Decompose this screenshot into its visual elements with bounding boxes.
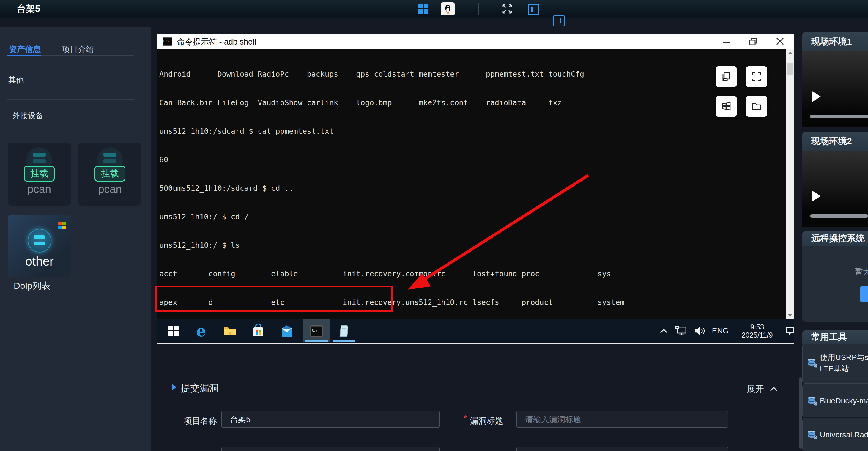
- clock[interactable]: 9:532025/11/9: [735, 319, 779, 342]
- video-progress-bar[interactable]: [810, 115, 868, 118]
- tool-db-icon: [807, 430, 817, 440]
- device-icon: [28, 229, 52, 253]
- doip-list-label[interactable]: DoIp列表: [14, 280, 50, 292]
- project-name-label: 项目名称: [184, 415, 217, 427]
- store-icon[interactable]: [246, 319, 270, 342]
- device-card-pcan-1[interactable]: 挂载 pcan: [8, 142, 71, 205]
- restore-button[interactable]: [747, 36, 759, 46]
- device-card-other[interactable]: other: [8, 215, 71, 277]
- tool-item-usrp[interactable]: 使用USRP与srsLTE基站: [802, 344, 868, 384]
- mail-icon[interactable]: [275, 319, 299, 342]
- chevron-up-icon: [770, 387, 778, 391]
- play-icon[interactable]: [812, 91, 821, 102]
- folder-button[interactable]: [746, 96, 767, 117]
- mount-badge[interactable]: 挂载: [24, 166, 55, 182]
- remote-control-header: 远程操控系统: [802, 231, 868, 246]
- scrollbar-thumb[interactable]: [787, 63, 794, 75]
- env1-video[interactable]: [802, 51, 868, 127]
- windows-taskbar: e C:\_ ENG 9:532025/11/9: [157, 319, 794, 344]
- content-scrollbar-thumb[interactable]: [799, 377, 802, 449]
- terminal-scrollbar[interactable]: [786, 49, 794, 319]
- notepad-taskbar-icon[interactable]: [331, 319, 357, 342]
- form-input-partial-left[interactable]: [221, 447, 440, 451]
- linux-app-icon[interactable]: [441, 2, 455, 15]
- language-indicator[interactable]: ENG: [710, 319, 731, 342]
- windows-logo-icon: [58, 222, 66, 229]
- section-marker-icon: [172, 384, 177, 390]
- close-button[interactable]: [774, 36, 786, 46]
- vuln-title-label: 漏洞标题: [470, 415, 503, 427]
- device-label: pcan: [8, 183, 71, 195]
- edge-icon[interactable]: e: [189, 319, 213, 342]
- volume-icon[interactable]: [691, 319, 708, 342]
- scroll-up-icon[interactable]: [788, 52, 792, 54]
- fullscreen-button[interactable]: [746, 66, 767, 87]
- terminal-titlebar[interactable]: C:\_ 命令提示符 - adb shell: [157, 34, 794, 49]
- section-other: 其他: [8, 75, 24, 85]
- env1-header: 现场环境1: [802, 32, 868, 51]
- network-icon[interactable]: [673, 319, 690, 342]
- cmd-icon: C:\_: [162, 37, 172, 46]
- grid-windows-button[interactable]: [716, 96, 737, 117]
- minimize-button[interactable]: [721, 37, 733, 46]
- tray-chevron-icon[interactable]: [656, 319, 671, 342]
- svg-text:C:\_: C:\_: [312, 329, 319, 332]
- mount-badge[interactable]: 挂载: [94, 166, 125, 182]
- fullscreen-expand-icon[interactable]: [502, 3, 513, 14]
- play-icon[interactable]: [812, 190, 821, 202]
- form-title: 提交漏洞: [181, 382, 219, 395]
- top-bar: [0, 0, 868, 18]
- topbar-divider: [478, 3, 479, 14]
- form-input-partial-right[interactable]: [517, 447, 728, 451]
- tab-asset-info[interactable]: 资产信息: [9, 44, 41, 55]
- scroll-down-icon[interactable]: [788, 314, 792, 317]
- page-title: 台架5: [17, 0, 40, 18]
- collapse-toggle[interactable]: 展开: [747, 383, 778, 395]
- device-label: pcan: [79, 183, 142, 195]
- remote-action-button[interactable]: [860, 286, 868, 302]
- tool-db-icon: [807, 396, 817, 406]
- copy-button[interactable]: [716, 66, 737, 87]
- tool-item-universal-radio[interactable]: Universal.Radi: [802, 418, 868, 451]
- remote-control-panel: 暂无: [802, 246, 868, 322]
- required-star: *: [464, 414, 467, 423]
- active-tab-underline: [7, 55, 41, 56]
- section-devices: 外接设备: [12, 110, 43, 121]
- video-progress-bar[interactable]: [810, 214, 868, 218]
- tab-project-intro[interactable]: 项目介绍: [62, 44, 94, 55]
- red-arrow-annotation: [392, 165, 606, 304]
- windows-logo-icon[interactable]: [418, 4, 428, 14]
- terminal-title: 命令提示符 - adb shell: [177, 36, 256, 47]
- tool-db-icon: [807, 358, 817, 368]
- env2-header: 现场环境2: [802, 132, 868, 151]
- cmd-taskbar-icon[interactable]: C:\_: [303, 319, 330, 342]
- action-center-icon[interactable]: [781, 319, 799, 342]
- password-highlight-box: [155, 286, 393, 312]
- empty-state-text: 暂无: [855, 266, 868, 277]
- panel-left-toggle-icon[interactable]: [528, 4, 539, 15]
- tool-item-blueducky[interactable]: BlueDucky-ma: [802, 384, 868, 417]
- panel-right-toggle-icon[interactable]: [553, 15, 565, 27]
- tools-header: 常用工具: [802, 330, 868, 344]
- vuln-title-input[interactable]: 请输入漏洞标题: [517, 411, 728, 427]
- device-card-pcan-2[interactable]: 挂载 pcan: [79, 142, 142, 205]
- file-explorer-icon[interactable]: [218, 319, 242, 342]
- env2-video[interactable]: [802, 151, 868, 227]
- start-button[interactable]: [162, 319, 185, 342]
- device-label: other: [8, 254, 71, 268]
- project-name-input[interactable]: 台架5: [221, 411, 440, 427]
